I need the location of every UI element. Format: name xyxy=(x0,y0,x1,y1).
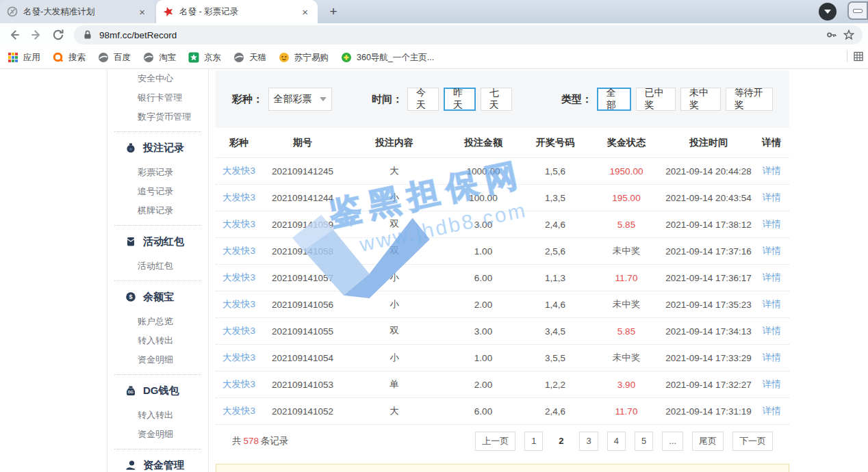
sidebar-item[interactable] xyxy=(114,280,201,281)
cell-lottery-link[interactable]: 大发快3 xyxy=(216,298,262,311)
bookmark-label: 百度 xyxy=(114,52,131,64)
cell-detail-link[interactable]: 详情 xyxy=(754,405,789,417)
bookmark-item[interactable]: 应用 xyxy=(1,49,47,66)
filter-button[interactable]: 今天 xyxy=(407,88,439,111)
cell-detail-link[interactable]: 详情 xyxy=(754,325,789,337)
filter-button[interactable]: 全部 xyxy=(597,88,631,111)
bookmark-item[interactable]: 淘宝 xyxy=(137,49,182,66)
cell-detail-link[interactable]: 详情 xyxy=(754,272,789,284)
bookmark-star-icon[interactable] xyxy=(843,29,854,40)
page-button[interactable]: 下一页 xyxy=(732,432,773,451)
table-row: 大发快3 202109141245 大 1000.00 1,5,6 1950.0… xyxy=(216,158,789,185)
page-button[interactable]: 1 xyxy=(524,432,543,451)
sidebar-item[interactable]: 追号记录 xyxy=(107,182,208,201)
cell-lottery-link[interactable]: 大发快3 xyxy=(216,378,262,391)
sidebar-item[interactable] xyxy=(114,374,201,375)
bookmark-item[interactable]: 搜索 xyxy=(47,49,92,66)
sidebar-item-label: 转入转出 xyxy=(138,335,173,347)
sidebar-item[interactable]: 活动红包 xyxy=(107,257,208,276)
bookmark-item[interactable]: 京东 xyxy=(182,49,227,66)
page-button[interactable]: ... xyxy=(662,432,683,451)
cell-issue: 202109141055 xyxy=(262,326,343,337)
cell-prize-status: 未中奖 xyxy=(589,298,663,311)
sidebar-item[interactable]: 资金管理 xyxy=(107,454,208,472)
cell-lottery-link[interactable]: 大发快3 xyxy=(216,192,262,204)
back-icon[interactable] xyxy=(5,26,23,44)
tab-bet-record-close-icon[interactable]: × xyxy=(299,5,311,18)
reload-icon[interactable] xyxy=(49,26,67,44)
tab-plan[interactable]: 名發-大发精准计划 × xyxy=(0,0,155,23)
sidebar-item[interactable]: 活动红包 xyxy=(107,231,208,252)
bookmark-item[interactable]: 天猫 xyxy=(227,49,272,66)
bookmark-item[interactable]: 百度 xyxy=(92,49,137,66)
forward-icon[interactable] xyxy=(27,26,45,44)
sidebar-item[interactable]: 账户总览 xyxy=(107,312,208,331)
sidebar-item[interactable]: DG DG钱包 xyxy=(107,380,208,402)
table-header-cell: 奖金状态 xyxy=(589,137,663,149)
cell-lottery-link[interactable]: 大发快3 xyxy=(216,405,262,417)
lottery-select[interactable]: 全部彩票 xyxy=(268,88,332,111)
bookmark-item[interactable]: 苏宁易购 xyxy=(272,49,335,66)
new-tab-button[interactable]: + xyxy=(324,3,342,21)
browser-toolbar: 98mf.cc/betRecord xyxy=(0,23,868,47)
cell-lottery-link[interactable]: 大发快3 xyxy=(216,165,262,177)
sidebar-item[interactable]: 棋牌记录 xyxy=(107,201,208,220)
table-row: 大发快3 202109141056 小 2.00 1,4,6 未中奖 2021-… xyxy=(216,291,789,318)
sidebar-item[interactable]: 资金明细 xyxy=(107,350,208,369)
filter-button[interactable]: 已中奖 xyxy=(636,88,676,111)
window-minimize-button[interactable] xyxy=(847,1,868,20)
sidebar-item[interactable]: $ 余额宝 xyxy=(107,286,208,308)
cell-issue: 202109141244 xyxy=(262,193,343,203)
page-button[interactable]: 尾页 xyxy=(692,432,724,451)
cell-detail-link[interactable]: 详情 xyxy=(754,352,789,364)
page-button[interactable]: 上一页 xyxy=(475,432,515,451)
cell-prize-status: 11.70 xyxy=(589,406,663,417)
sidebar-item[interactable]: 银行卡管理 xyxy=(107,88,208,107)
cell-detail-link[interactable]: 详情 xyxy=(754,165,789,177)
filter-button[interactable]: 昨天 xyxy=(444,88,476,111)
cell-lottery-link[interactable]: 大发快3 xyxy=(216,325,262,337)
cell-lottery-link[interactable]: 大发快3 xyxy=(216,218,262,231)
cell-detail-link[interactable]: 详情 xyxy=(754,298,789,311)
sidebar-item[interactable]: 投注记录 xyxy=(107,137,208,159)
cell-prize-status: 195.00 xyxy=(589,193,663,203)
sidebar-item[interactable]: 转入转出 xyxy=(107,331,208,350)
time-filter-label: 时间： xyxy=(372,93,403,106)
cell-bet-content: 小 xyxy=(343,352,446,364)
sidebar-item-label: 投注记录 xyxy=(143,142,184,155)
cell-lottery-link[interactable]: 大发快3 xyxy=(216,245,262,257)
sidebar-item-label: 资金明细 xyxy=(138,354,173,366)
bookmark-item[interactable]: 360导航_一个主页... xyxy=(335,49,440,66)
cell-lottery-link[interactable]: 大发快3 xyxy=(216,272,262,284)
cell-detail-link[interactable]: 详情 xyxy=(754,378,789,391)
filter-button[interactable]: 等待开奖 xyxy=(726,88,773,111)
media-controls-button[interactable] xyxy=(819,3,837,21)
page-button[interactable]: 2 xyxy=(552,432,570,451)
sidebar-item[interactable]: 数字货币管理 xyxy=(107,107,208,127)
cell-detail-link[interactable]: 详情 xyxy=(754,192,789,204)
sidebar-item[interactable]: 彩票记录 xyxy=(107,163,208,182)
cell-lottery-link[interactable]: 大发快3 xyxy=(216,352,262,364)
cell-bet-time: 2021-09-14 17:36:17 xyxy=(663,273,754,283)
tab-plan-close-icon[interactable]: × xyxy=(136,5,148,18)
sidebar-item[interactable]: 资金明细 xyxy=(107,425,208,444)
page-button[interactable]: 3 xyxy=(579,432,598,451)
tab-bet-record[interactable]: 名發 - 彩票记录 × xyxy=(156,0,318,23)
key-icon[interactable] xyxy=(826,29,837,40)
sidebar-item[interactable] xyxy=(114,225,201,226)
sidebar-item[interactable] xyxy=(114,449,201,449)
sidebar-item[interactable] xyxy=(114,131,201,132)
sidebar-item[interactable]: 安全中心 xyxy=(107,69,208,88)
filter-button[interactable]: 未中奖 xyxy=(680,88,721,111)
page-button[interactable]: 5 xyxy=(635,432,653,451)
cell-detail-link[interactable]: 详情 xyxy=(754,245,789,257)
cell-detail-link[interactable]: 详情 xyxy=(754,218,789,231)
cell-bet-content: 小 xyxy=(343,272,446,284)
cell-bet-time: 2021-09-14 17:38:12 xyxy=(663,220,754,230)
address-bar[interactable]: 98mf.cc/betRecord xyxy=(74,25,863,44)
sidebar-item[interactable]: 转入转出 xyxy=(107,406,208,425)
filter-button[interactable]: 七天 xyxy=(481,88,512,111)
reading-list-grid-icon[interactable] xyxy=(853,51,864,62)
page-button[interactable]: 4 xyxy=(607,432,626,451)
cell-issue: 202109141053 xyxy=(262,380,343,390)
